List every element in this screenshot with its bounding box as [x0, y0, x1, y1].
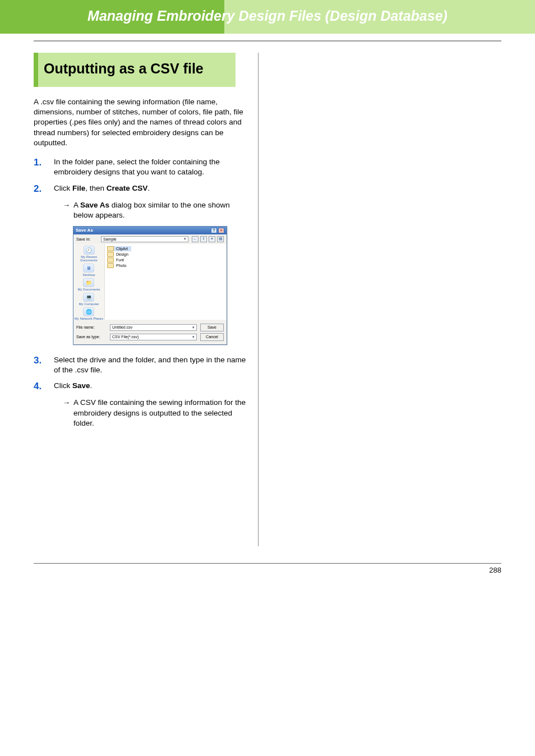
folder-icon [107, 257, 114, 262]
filetype-label: Save as type: [76, 335, 107, 339]
step-number-2: 2. [34, 183, 54, 195]
page-footer: 288 [34, 563, 501, 574]
place-recent-label: My Recent Documents [73, 255, 104, 262]
filetype-dropdown[interactable]: CSV File(*.csv) ▾ [110, 334, 197, 340]
step-4-substep: → A CSV file containing the sewing infor… [63, 398, 248, 428]
saveas-body: 🕘My Recent Documents 🖥Desktop 📁My Docume… [73, 244, 227, 320]
step-number-4: 4. [34, 381, 54, 392]
section-heading: Outputting as a CSV file [44, 61, 227, 77]
cancel-button[interactable]: Cancel [200, 333, 224, 341]
intro-paragraph: A .csv file containing the sewing inform… [34, 97, 248, 148]
folder-font-label: Font [116, 258, 124, 262]
step-number-3: 3. [34, 355, 54, 366]
views-icon[interactable]: ▤ [217, 236, 224, 242]
chevron-down-icon: ▾ [192, 335, 195, 339]
step-1: 1. In the folder pane, select the folder… [34, 157, 248, 177]
place-mydocs[interactable]: 📁My Documents [77, 278, 100, 291]
step-3-text: Select the drive and the folder, and the… [54, 355, 248, 375]
header-title: Managing Embroidery Design Files (Design… [0, 0, 535, 32]
place-mycomp[interactable]: 💻My Computer [79, 293, 99, 306]
toolbar-icons: ← ⇧ ✶ ▤ [192, 236, 224, 242]
folder-font[interactable]: Font [107, 257, 224, 262]
step-2-text: Click File, then Create CSV. [54, 183, 150, 193]
savein-label: Save in: [76, 237, 101, 241]
savein-value: Sample [103, 237, 117, 241]
saveas-dialog: Save As ? × Save in: Sample ▾ ← [73, 226, 227, 345]
page-header: Managing Embroidery Design Files (Design… [0, 0, 535, 34]
step-4-text: Click Save. [54, 381, 92, 391]
filetype-row: Save as type: CSV File(*.csv) ▾ Cancel [76, 333, 224, 341]
step4-suffix: . [90, 381, 93, 390]
step-1-text: In the folder pane, select the folder co… [54, 157, 248, 177]
place-desktop-label: Desktop [82, 273, 95, 276]
step-number-1: 1. [34, 157, 54, 168]
step2-mid: , then [85, 184, 107, 192]
step2-suffix: . [147, 184, 150, 192]
place-mycomp-label: My Computer [79, 302, 99, 306]
content-area: Outputting as a CSV file A .csv file con… [0, 53, 535, 563]
back-icon[interactable]: ← [192, 236, 199, 242]
step2-sub-text: A Save As dialog box similar to the one … [73, 200, 248, 220]
saveas-toolbar: Save in: Sample ▾ ← ⇧ ✶ ▤ [73, 234, 227, 244]
step-3: 3. Select the drive and the folder, and … [34, 355, 248, 375]
place-mynet[interactable]: 🌐My Network Places [75, 307, 103, 320]
right-column [259, 53, 501, 546]
place-recent[interactable]: 🕘My Recent Documents [73, 246, 104, 262]
place-mydocs-label: My Documents [77, 288, 100, 291]
up-icon[interactable]: ⇧ [200, 236, 207, 242]
place-desktop[interactable]: 🖥Desktop [82, 264, 95, 276]
filename-value: Untitled.csv [112, 325, 132, 329]
filetype-value: CSV File(*.csv) [112, 335, 139, 339]
file-list-area[interactable]: ClipArt Design Font Photo [105, 244, 227, 320]
folder-icon [107, 252, 114, 257]
step4-sub-text: A CSV file containing the sewing informa… [73, 398, 248, 428]
close-button[interactable]: × [218, 228, 224, 233]
rule-top [34, 40, 501, 42]
saveas-dialog-figure: Save As ? × Save in: Sample ▾ ← [73, 226, 248, 345]
filename-label: File name: [76, 325, 107, 329]
places-bar: 🕘My Recent Documents 🖥Desktop 📁My Docume… [73, 244, 105, 320]
s2sub-bold: Save As [80, 201, 109, 209]
saveas-titlebar: Save As ? × [73, 227, 227, 234]
step-2-substep: → A Save As dialog box similar to the on… [63, 200, 248, 220]
folder-icon [107, 263, 114, 268]
left-column: Outputting as a CSV file A .csv file con… [34, 53, 258, 546]
filename-row: File name: Untitled.csv ▾ Save [76, 324, 224, 331]
step4-action: Save [72, 381, 90, 390]
step4-prefix: Click [54, 381, 72, 390]
s2sub-prefix: A [73, 201, 80, 209]
savein-dropdown[interactable]: Sample ▾ [101, 236, 188, 242]
step-4: 4. Click Save. [34, 381, 248, 392]
saveas-bottom: File name: Untitled.csv ▾ Save Save as t… [73, 320, 227, 344]
folder-photo[interactable]: Photo [107, 263, 224, 268]
newfolder-icon[interactable]: ✶ [209, 236, 215, 242]
arrow-icon: → [63, 398, 70, 408]
folder-clipart[interactable]: ClipArt [107, 246, 131, 251]
titlebar-buttons: ? × [211, 228, 224, 233]
place-mynet-label: My Network Places [75, 317, 103, 320]
chevron-down-icon: ▾ [192, 325, 195, 330]
chevron-down-icon: ▾ [184, 237, 186, 241]
section-heading-box: Outputting as a CSV file [34, 53, 236, 87]
folder-design[interactable]: Design [107, 252, 224, 257]
step2-menu1: File [72, 184, 85, 192]
help-button[interactable]: ? [211, 228, 217, 233]
step2-menu2: Create CSV [107, 184, 148, 192]
saveas-title-text: Save As [76, 228, 93, 233]
folder-photo-label: Photo [116, 264, 126, 268]
folder-design-label: Design [116, 252, 128, 256]
step-2: 2. Click File, then Create CSV. [34, 183, 248, 195]
page-number: 288 [489, 566, 501, 574]
arrow-icon: → [63, 200, 70, 210]
step2-prefix: Click [54, 184, 72, 192]
folder-clipart-label: ClipArt [116, 247, 128, 251]
filename-input[interactable]: Untitled.csv ▾ [110, 324, 197, 331]
folder-icon [107, 246, 114, 251]
save-button[interactable]: Save [200, 324, 224, 331]
